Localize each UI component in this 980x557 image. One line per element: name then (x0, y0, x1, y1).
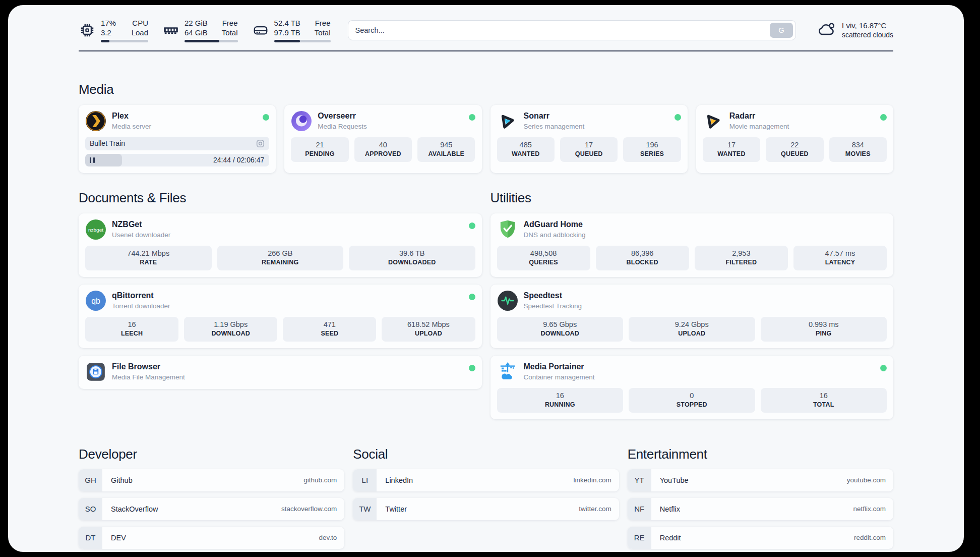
stat-box: 16 LEECH (85, 317, 178, 342)
radarr-icon (703, 110, 724, 132)
bookmark-abbr: LI (353, 469, 377, 491)
service-subtitle: Movie management (729, 122, 789, 131)
adguard-icon (497, 219, 518, 240)
bookmark-name: Reddit (660, 534, 681, 542)
service-card-plex[interactable]: Plex Media server Bullet Train 24:44 / 0… (79, 105, 276, 173)
memory-free-label: Free (222, 18, 238, 28)
bookmark-abbr: DT (79, 527, 102, 549)
dashboard-page: 17% CPU 3.2 Load (8, 5, 964, 552)
service-card-radarr[interactable]: Radarr Movie management 17 WANTED 22 QUE… (696, 105, 893, 173)
service-subtitle: Media File Management (112, 373, 185, 381)
bookmark-abbr: YT (628, 469, 651, 491)
stat-box: 0 STOPPED (629, 388, 755, 413)
disk-icon (252, 22, 269, 39)
qbittorrent-icon: qb (85, 290, 106, 311)
stat-box: 86,396 BLOCKED (596, 246, 689, 270)
resource-widgets: 17% CPU 3.2 Load (79, 18, 331, 42)
disk-total-label: Total (315, 28, 331, 37)
stat-box: 21 PENDING (291, 137, 348, 162)
disk-widget: 52.4 TB Free 97.9 TB Total (252, 18, 331, 42)
status-dot (263, 114, 269, 121)
status-dot (675, 114, 681, 121)
top-bar: 17% CPU 3.2 Load (79, 5, 893, 42)
pause-icon[interactable] (90, 157, 95, 163)
cpu-percent: 17% (101, 18, 116, 28)
disk-free: 52.4 TB (274, 18, 300, 28)
svg-text:nzbget: nzbget (88, 227, 103, 232)
stat-box: 196 SERIES (623, 137, 681, 162)
cpu-label: CPU (131, 18, 148, 28)
status-dot (880, 365, 887, 371)
service-name: NZBGet (112, 219, 170, 230)
search-bar: G (348, 20, 797, 40)
service-subtitle: DNS and adblocking (524, 231, 586, 239)
service-card-adguard[interactable]: AdGuard Home DNS and adblocking 498,508 … (491, 213, 894, 277)
service-card-speedtest[interactable]: Speedtest Speedtest Tracking 9.65 Gbps D… (491, 285, 894, 348)
bookmark-youtube[interactable]: YT YouTube youtube.com (628, 469, 893, 491)
stat-box: 266 GB REMAINING (217, 246, 344, 270)
status-dot (469, 114, 475, 121)
playback-time: 24:44 / 02:06:47 (213, 156, 269, 164)
bookmark-url: linkedin.com (574, 476, 611, 484)
now-playing-title: Bullet Train (90, 139, 125, 147)
bookmark-group-social: Social LI LinkedIn linkedin.com TW Twitt… (353, 447, 619, 549)
bookmark-dev[interactable]: DT DEV dev.to (79, 527, 344, 549)
service-card-qbittorrent[interactable]: qb qBittorrent Torrent downloader 16 LEE… (79, 285, 482, 348)
stat-box: 834 MOVIES (829, 137, 887, 162)
service-subtitle: Container management (524, 373, 595, 381)
playback-progress-bar: 24:44 / 02:06:47 (85, 154, 269, 166)
service-card-filebrowser[interactable]: File Browser Media File Management (79, 356, 482, 389)
service-card-sonarr[interactable]: Sonarr Series management 485 WANTED 17 Q… (491, 105, 688, 173)
status-dot (469, 294, 475, 300)
memory-bar (185, 40, 238, 42)
service-subtitle: Torrent downloader (112, 302, 170, 310)
bookmark-stackoverflow[interactable]: SO StackOverflow stackoverflow.com (79, 498, 344, 520)
stat-box: 9.24 Gbps UPLOAD (629, 317, 755, 342)
bookmark-twitter[interactable]: TW Twitter twitter.com (353, 498, 619, 520)
media-type-icon (256, 139, 265, 148)
bookmark-group-title: Social (353, 447, 619, 462)
weather-condition: scattered clouds (842, 30, 893, 39)
stat-box: 17 WANTED (703, 137, 760, 162)
service-card-portainer[interactable]: Media Portainer Container management 16 … (491, 356, 894, 419)
bookmark-netflix[interactable]: NF Netflix netflix.com (628, 498, 893, 520)
memory-icon (162, 22, 179, 39)
stat-box: 1.19 Gbps DOWNLOAD (184, 317, 277, 342)
service-card-overseerr[interactable]: Overseerr Media Requests 21 PENDING 40 A… (284, 105, 481, 173)
bookmark-github[interactable]: GH Github github.com (79, 469, 344, 491)
bookmark-url: stackoverflow.com (281, 505, 337, 513)
cpu-bar (101, 40, 148, 42)
bookmark-abbr: TW (353, 498, 377, 520)
bookmark-reddit[interactable]: RE Reddit reddit.com (628, 527, 893, 549)
bookmark-url: netflix.com (853, 505, 886, 513)
overseerr-icon (291, 110, 312, 132)
search-provider-button[interactable]: G (770, 23, 793, 38)
bookmark-name: YouTube (660, 476, 689, 484)
disk-free-label: Free (315, 18, 331, 28)
service-name: Plex (112, 111, 151, 121)
memory-total-label: Total (222, 28, 238, 37)
memory-free: 22 GiB (185, 18, 208, 28)
service-name: File Browser (112, 362, 185, 372)
service-name: Radarr (729, 111, 789, 121)
service-name: AdGuard Home (524, 219, 586, 230)
bookmark-name: Github (111, 476, 133, 484)
stat-box: 16 RUNNING (497, 388, 624, 413)
stat-box: 2,953 FILTERED (695, 246, 788, 270)
stat-box: 22 QUEUED (766, 137, 823, 162)
stat-box: 39.6 TB DOWNLOADED (349, 246, 475, 270)
stat-box: 498,508 QUERIES (497, 246, 590, 270)
bookmark-name: Twitter (385, 505, 407, 513)
bookmark-linkedin[interactable]: LI LinkedIn linkedin.com (353, 469, 619, 491)
speedtest-icon (497, 290, 518, 311)
cpu-load-label: Load (131, 28, 148, 37)
search-input[interactable] (355, 26, 770, 34)
service-card-nzbget[interactable]: nzbget NZBGet Usenet downloader 744.21 M… (79, 213, 482, 277)
plex-icon (85, 110, 106, 132)
service-subtitle: Usenet downloader (112, 231, 170, 239)
bookmark-group-entertainment: Entertainment YT YouTube youtube.com NF … (628, 447, 893, 549)
memory-widget: 22 GiB Free 64 GiB Total (162, 18, 238, 42)
cpu-icon (79, 22, 96, 39)
nzbget-icon: nzbget (85, 219, 106, 240)
stat-box: 17 QUEUED (560, 137, 618, 162)
